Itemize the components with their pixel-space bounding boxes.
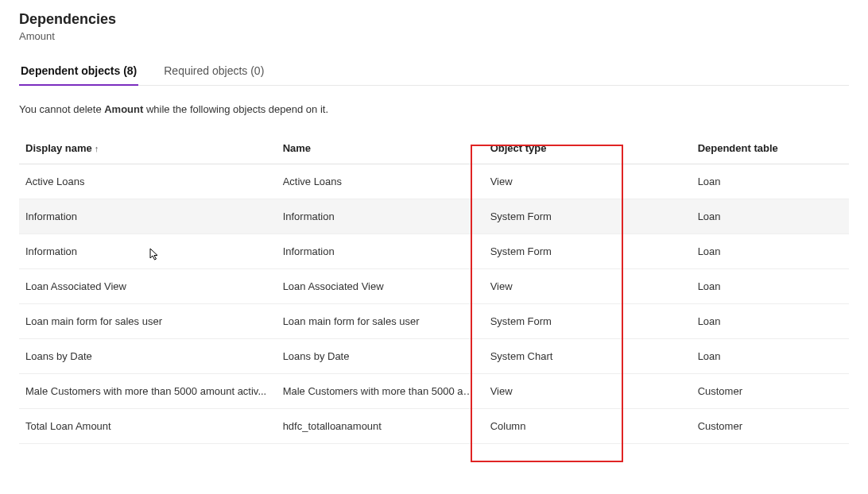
tab-dependent-objects[interactable]: Dependent objects (8) — [19, 58, 138, 85]
cell-name: Information — [277, 234, 484, 269]
cell-display-name: Loan Associated View — [19, 269, 277, 304]
cell-name: Loan Associated View — [277, 269, 484, 304]
cell-display-name: Information — [19, 234, 277, 269]
cell-name: Active Loans — [277, 164, 484, 199]
cell-name: Loans by Date — [277, 339, 484, 374]
cell-object-type: System Form — [484, 304, 692, 339]
sort-ascending-icon: ↑ — [95, 144, 99, 153]
dependencies-table: Display name↑ Name Object type Dependent… — [19, 136, 849, 444]
table-row[interactable]: Loan main form for sales userLoan main f… — [19, 304, 849, 339]
cell-dependent-table: Customer — [692, 374, 849, 409]
cell-dependent-table: Loan — [692, 234, 849, 269]
table-row[interactable]: Male Customers with more than 5000 amoun… — [19, 374, 849, 409]
cell-dependent-table: Loan — [692, 164, 849, 199]
cell-display-name: Active Loans — [19, 164, 277, 199]
cell-object-type: View — [484, 374, 692, 409]
table-row[interactable]: InformationInformationSystem FormLoan — [19, 199, 849, 234]
warning-suffix: while the following objects depend on it… — [143, 103, 328, 115]
warning-entity-name: Amount — [104, 103, 143, 115]
table-wrapper: Display name↑ Name Object type Dependent… — [19, 136, 849, 444]
cell-object-type: Column — [484, 409, 692, 444]
delete-warning-text: You cannot delete Amount while the follo… — [19, 103, 849, 115]
page-subtitle: Amount — [19, 30, 849, 42]
tabs-bar: Dependent objects (8) Required objects (… — [19, 58, 849, 86]
cell-dependent-table: Loan — [692, 339, 849, 374]
table-row[interactable]: InformationInformationSystem FormLoan — [19, 234, 849, 269]
cell-name: Loan main form for sales user — [277, 304, 484, 339]
cell-object-type: View — [484, 164, 692, 199]
cell-object-type: View — [484, 269, 692, 304]
warning-prefix: You cannot delete — [19, 103, 104, 115]
table-row[interactable]: Total Loan Amounthdfc_totalloanamountCol… — [19, 409, 849, 444]
cell-name: Information — [277, 199, 484, 234]
page-title: Dependencies — [19, 11, 849, 28]
cell-name: hdfc_totalloanamount — [277, 409, 484, 444]
cell-name: Male Customers with more than 5000 am... — [277, 374, 484, 409]
col-header-dependent-table[interactable]: Dependent table — [692, 136, 849, 164]
tab-required-objects[interactable]: Required objects (0) — [162, 58, 265, 85]
cell-display-name: Total Loan Amount — [19, 409, 277, 444]
table-row[interactable]: Loan Associated ViewLoan Associated View… — [19, 269, 849, 304]
table-row[interactable]: Loans by DateLoans by DateSystem ChartLo… — [19, 339, 849, 374]
cell-object-type: System Chart — [484, 339, 692, 374]
col-header-display-name[interactable]: Display name↑ — [19, 136, 277, 164]
table-header-row: Display name↑ Name Object type Dependent… — [19, 136, 849, 164]
cell-display-name: Information — [19, 199, 277, 234]
cell-dependent-table: Loan — [692, 199, 849, 234]
col-header-name[interactable]: Name — [277, 136, 484, 164]
table-row[interactable]: Active LoansActive LoansViewLoan — [19, 164, 849, 199]
col-header-label: Display name — [25, 142, 92, 154]
cell-dependent-table: Customer — [692, 409, 849, 444]
cell-dependent-table: Loan — [692, 269, 849, 304]
cell-object-type: System Form — [484, 234, 692, 269]
col-header-object-type[interactable]: Object type — [484, 136, 692, 164]
cell-display-name: Male Customers with more than 5000 amoun… — [19, 374, 277, 409]
cell-object-type: System Form — [484, 199, 692, 234]
cell-display-name: Loans by Date — [19, 339, 277, 374]
cell-dependent-table: Loan — [692, 304, 849, 339]
cell-display-name: Loan main form for sales user — [19, 304, 277, 339]
